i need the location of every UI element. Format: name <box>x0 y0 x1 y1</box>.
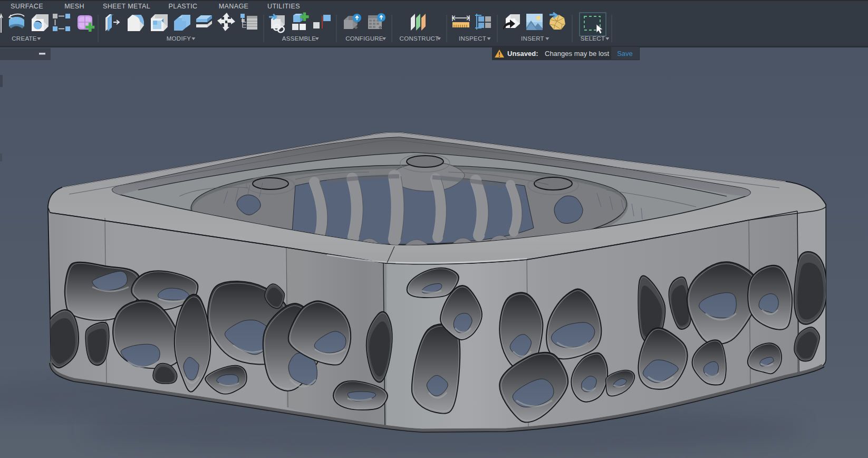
svg-text:MESH: MESH <box>64 3 84 10</box>
svg-text:PLASTIC: PLASTIC <box>169 3 198 10</box>
svg-text:Changes may be lost: Changes may be lost <box>545 50 610 58</box>
svg-text:SELECT: SELECT <box>581 35 605 42</box>
svg-text:CONSTRUCT: CONSTRUCT <box>400 35 439 42</box>
svg-text:SHEET METAL: SHEET METAL <box>103 3 150 10</box>
svg-text:SURFACE: SURFACE <box>11 3 43 10</box>
svg-text:INSPECT: INSPECT <box>459 35 486 42</box>
svg-text:Save: Save <box>617 50 633 58</box>
svg-text:ASSEMBLE: ASSEMBLE <box>282 35 316 42</box>
svg-text:CONFIGURE: CONFIGURE <box>345 35 383 42</box>
svg-text:INSERT: INSERT <box>521 35 544 42</box>
svg-text:MODIFY: MODIFY <box>167 35 191 42</box>
svg-text:Unsaved:: Unsaved: <box>507 50 538 58</box>
svg-text:CREATE: CREATE <box>12 35 37 42</box>
svg-text:UTILITIES: UTILITIES <box>267 3 300 10</box>
svg-text:MANAGE: MANAGE <box>219 3 249 10</box>
